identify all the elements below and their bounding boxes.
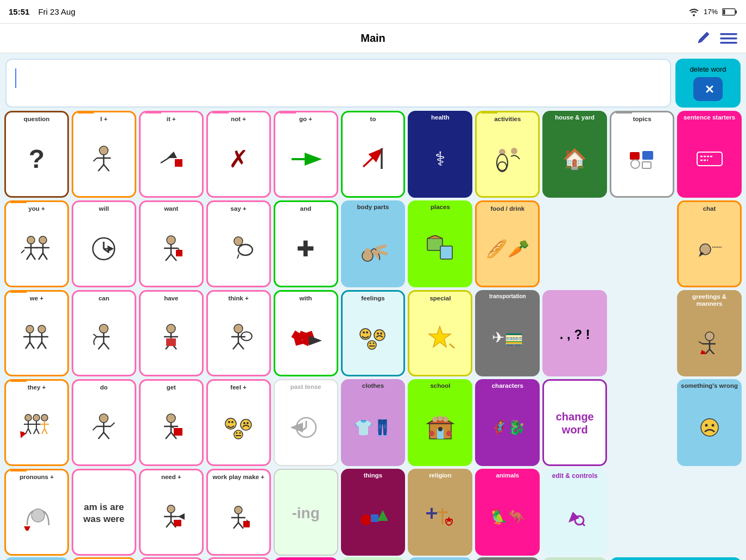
menu-icon[interactable]: [720, 31, 737, 46]
cell-chat[interactable]: chat: [677, 200, 742, 287]
cell-topics[interactable]: topics: [610, 111, 674, 198]
svg-point-164: [438, 416, 443, 421]
svg-line-69: [37, 342, 42, 349]
svg-line-35: [31, 253, 35, 260]
cell-and[interactable]: and ✚: [274, 200, 338, 287]
cell-house-yard[interactable]: house & yard 🏠: [542, 111, 607, 198]
cell-greetings-manners[interactable]: greetings & manners: [677, 290, 742, 377]
cell-need-plus[interactable]: need +: [139, 469, 204, 556]
cell-not-plus[interactable]: not + ✗: [206, 111, 271, 198]
cell-characters[interactable]: characters 🦸🐉: [475, 379, 540, 466]
svg-point-151: [234, 430, 243, 439]
svg-point-154: [239, 432, 241, 434]
cell-get[interactable]: get: [139, 379, 204, 466]
cell-pronouns-plus[interactable]: pronouns +: [4, 469, 69, 556]
cell-special[interactable]: special: [408, 290, 472, 377]
cell-change-word[interactable]: change word: [542, 379, 607, 466]
svg-line-125: [36, 429, 39, 434]
cell-people[interactable]: people 👥: [72, 557, 136, 560]
svg-marker-15: [167, 152, 177, 158]
svg-line-114: [700, 351, 705, 354]
text-input[interactable]: [5, 59, 671, 108]
cell-can[interactable]: can: [72, 290, 136, 377]
cell-you-plus[interactable]: you +: [4, 200, 69, 287]
cell-feelings[interactable]: feelings: [341, 290, 406, 377]
cell-body-parts[interactable]: body parts: [341, 200, 406, 287]
svg-point-103: [369, 343, 371, 344]
cell-it-plus[interactable]: it +: [139, 111, 204, 198]
svg-point-8: [99, 146, 108, 155]
cell-religion[interactable]: religion: [408, 469, 472, 556]
svg-line-136: [93, 426, 97, 430]
svg-rect-3: [720, 33, 737, 35]
cell-question[interactable]: question ?: [4, 111, 69, 198]
svg-line-130: [21, 432, 23, 437]
svg-point-150: [246, 422, 249, 424]
cell-food-drink[interactable]: food / drink 🥖🥕: [475, 200, 540, 287]
cell-actions[interactable]: actions 🚴‍♂️🚶: [274, 557, 338, 560]
cell-descriptions[interactable]: descriptions: [408, 557, 472, 560]
cell-clothes[interactable]: clothes 👕👖: [341, 379, 406, 466]
cell-little-words[interactable]: little words: [341, 557, 406, 560]
cell-somethings-wrong[interactable]: something's wrong: [677, 379, 742, 466]
svg-rect-2: [723, 9, 725, 14]
svg-line-195: [583, 524, 585, 526]
svg-point-52: [234, 237, 243, 246]
cell-to[interactable]: to: [341, 111, 406, 198]
svg-point-36: [39, 236, 47, 244]
svg-point-138: [167, 414, 175, 423]
svg-point-167: [446, 431, 452, 436]
cell-edit-controls[interactable]: edit & controls: [542, 469, 607, 556]
cell-school[interactable]: school: [408, 379, 472, 466]
cell-places[interactable]: places: [408, 200, 472, 287]
svg-point-108: [705, 332, 714, 341]
svg-point-55: [364, 248, 371, 255]
cell-sentence-starters[interactable]: sentence starters: [677, 111, 742, 198]
cell-say-plus[interactable]: say +: [206, 200, 271, 287]
cell-see-plus[interactable]: see +: [206, 557, 271, 560]
svg-point-171: [31, 509, 45, 522]
cell-am-is-are[interactable]: am is are was were: [72, 469, 136, 556]
cell-opinion[interactable]: opinion talk talk: [4, 557, 69, 560]
cell-want[interactable]: want: [139, 200, 204, 287]
cell-go-plus[interactable]: go +: [274, 111, 338, 198]
cell-with[interactable]: with: [274, 290, 338, 377]
svg-rect-50: [176, 250, 182, 256]
svg-point-153: [236, 432, 238, 434]
svg-point-77: [167, 324, 175, 333]
cell-ing[interactable]: -ing: [274, 469, 338, 556]
cell-health[interactable]: health ⚕: [408, 111, 472, 198]
delete-word-button[interactable]: delete word: [675, 59, 741, 108]
cell-things[interactable]: things: [341, 469, 406, 556]
svg-point-170: [711, 424, 714, 426]
svg-line-129: [45, 429, 47, 434]
cell-days-times[interactable]: days & times: [475, 557, 540, 560]
cell-they-plus[interactable]: they +: [4, 379, 69, 466]
svg-line-43: [104, 249, 109, 253]
cell-alphabet[interactable]: alphabet ABC: [542, 557, 607, 560]
cell-feel-plus[interactable]: feel +: [206, 379, 271, 466]
cell-do[interactable]: do: [72, 379, 136, 466]
cell-clear[interactable]: clear: [610, 557, 742, 560]
cell-modals[interactable]: would, could, should, might, may, must, …: [139, 557, 204, 560]
svg-line-183: [233, 523, 238, 528]
svg-line-120: [26, 429, 28, 434]
cell-think-plus[interactable]: think +: [206, 290, 271, 377]
cell-i-plus[interactable]: I +: [72, 111, 136, 198]
status-date: Fri 23 Aug: [38, 7, 75, 16]
cell-transportation[interactable]: transportation ✈🚃: [475, 290, 540, 377]
cell-we-plus[interactable]: we +: [4, 290, 69, 377]
cell-punctuation[interactable]: . , ? !: [542, 290, 607, 377]
svg-rect-5: [720, 42, 737, 44]
svg-line-141: [166, 432, 171, 439]
cell-will[interactable]: will: [72, 200, 136, 287]
cell-animals[interactable]: animals 🦜🦘: [475, 469, 540, 556]
svg-point-99: [377, 332, 379, 335]
svg-line-135: [104, 432, 109, 439]
cell-past-tense[interactable]: past tense: [274, 379, 338, 466]
cell-work-play-make[interactable]: work play make +: [206, 469, 271, 556]
svg-line-134: [98, 432, 104, 439]
pencil-icon[interactable]: [696, 31, 711, 46]
cell-activities[interactable]: activities: [475, 111, 540, 198]
cell-have[interactable]: have: [139, 290, 204, 377]
